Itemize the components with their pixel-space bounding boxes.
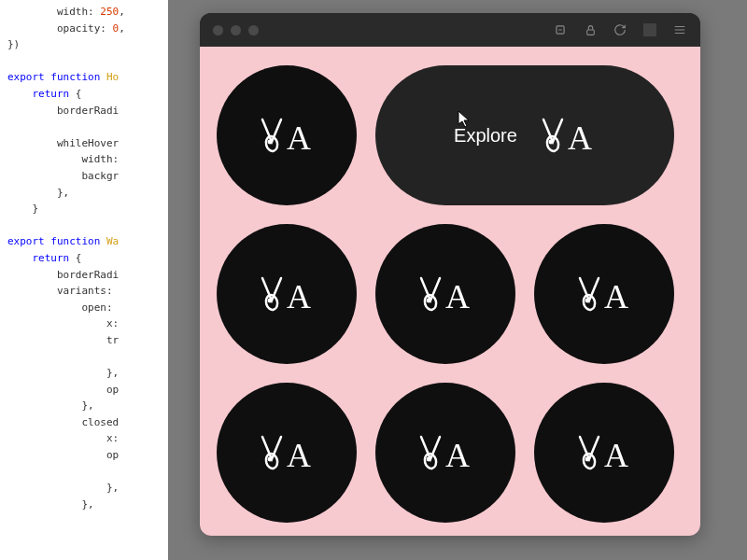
svg-text:A: A [287, 437, 311, 474]
minimize-dot[interactable] [231, 25, 241, 35]
explore-label: Explore [454, 125, 517, 147]
preview-viewport: A Explore A A A A A [200, 47, 700, 536]
grid-icon[interactable] [642, 22, 657, 37]
svg-text:A: A [287, 119, 311, 157]
logo-pill[interactable]: A [217, 224, 357, 364]
logo-pill[interactable]: A [217, 65, 357, 205]
logo-pill[interactable]: A [375, 224, 515, 364]
refresh-icon[interactable] [613, 22, 627, 37]
logo-icon: A [540, 114, 596, 157]
share-icon[interactable] [553, 22, 568, 37]
svg-text:A: A [445, 437, 470, 474]
svg-point-25 [428, 458, 430, 460]
logo-icon: A [576, 431, 632, 474]
code-editor-panel: width: 250, opacity: 0,}) export functio… [0, 0, 168, 560]
svg-point-19 [586, 300, 588, 301]
svg-point-22 [269, 458, 271, 460]
svg-rect-1 [586, 29, 594, 34]
logo-pill[interactable]: A [375, 383, 515, 523]
svg-point-28 [586, 458, 588, 460]
svg-point-10 [550, 141, 552, 143]
svg-text:A: A [604, 278, 628, 315]
maximize-dot[interactable] [248, 25, 259, 35]
browser-preview-window: A Explore A A A A A [200, 13, 700, 536]
logo-icon: A [259, 273, 315, 315]
explore-pill-expanded[interactable]: Explore A [375, 65, 674, 205]
logo-icon: A [417, 273, 473, 315]
traffic-lights[interactable] [213, 25, 259, 35]
svg-point-16 [428, 300, 430, 301]
svg-text:A: A [287, 278, 311, 315]
logo-pill[interactable]: A [217, 383, 357, 523]
logo-icon: A [259, 431, 315, 474]
close-dot[interactable] [213, 25, 223, 35]
logo-pill[interactable]: A [534, 383, 674, 523]
svg-text:A: A [445, 278, 470, 315]
lock-icon[interactable] [583, 22, 598, 37]
logo-icon: A [259, 114, 315, 157]
window-titlebar [200, 13, 700, 47]
logo-icon: A [417, 431, 473, 474]
logo-pill[interactable]: A [534, 224, 674, 364]
logo-icon: A [576, 273, 632, 315]
svg-rect-2 [643, 23, 656, 36]
menu-icon[interactable] [672, 22, 687, 37]
svg-text:A: A [568, 119, 592, 157]
svg-text:A: A [604, 437, 628, 474]
svg-point-7 [269, 141, 271, 143]
svg-point-13 [269, 300, 271, 301]
